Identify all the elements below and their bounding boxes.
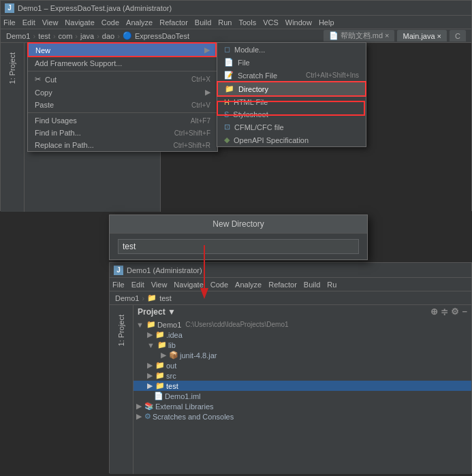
idea-expand-icon: ▶	[147, 330, 153, 339]
bottom-breadcrumb-test[interactable]: test	[159, 294, 172, 302]
bottom-breadcrumb-demo1[interactable]: Demo1	[115, 294, 139, 302]
breadcrumb-com[interactable]: com	[59, 32, 73, 40]
bottom-demo1-root[interactable]: ▼ 📁 Demo1 C:\Users\cdd\IdeaProjects\Demo…	[133, 319, 471, 330]
test-label: test	[166, 382, 178, 390]
bottom-project-panel: Project ▼ ⊕ ≑ ⚙ − ▼ 📁 Demo1 C:\Users\cdd…	[133, 305, 471, 474]
context-menu-cut[interactable]: ✂ Cut Ctrl+X	[28, 73, 217, 86]
submenu-module[interactable]: ◻ Module...	[217, 43, 366, 56]
cfml-label: CFML/CFC file	[234, 123, 284, 131]
bottom-test-folder[interactable]: ▶ 📁 test	[133, 381, 471, 391]
menu-run[interactable]: Run	[218, 18, 232, 27]
bottom-scratches[interactable]: ▶ ⚙ Scratches and Consoles	[133, 411, 471, 422]
menu-refactor[interactable]: Refactor	[159, 18, 188, 27]
context-menu: New ▶ Add Framework Support... ✂ Cut Ctr…	[27, 42, 218, 152]
bottom-junit-jar[interactable]: ▶ 📦 junit-4.8.jar	[133, 350, 471, 360]
new-directory-input[interactable]	[118, 239, 359, 254]
context-menu-copy[interactable]: Copy ▶	[28, 86, 217, 99]
tab-mainJava[interactable]: Main.java ×	[397, 30, 447, 42]
out-expand-icon: ▶	[147, 361, 153, 370]
menu-view[interactable]: View	[42, 18, 59, 27]
directory-icon: 📁	[225, 84, 234, 93]
menu-navigate[interactable]: Navigate	[65, 18, 94, 27]
demo1-folder-icon2: 📁	[146, 320, 156, 329]
html-label: HTML File	[234, 98, 268, 106]
bottom-lib-folder[interactable]: ▼ 📁 lib	[133, 340, 471, 350]
tab-c[interactable]: C	[450, 30, 466, 42]
iml-icon: 📄	[154, 392, 163, 400]
bottom-menu-edit[interactable]: Edit	[131, 281, 144, 289]
idea-folder-icon: 📁	[155, 330, 165, 339]
top-breadcrumb-bar: Demo1 › test › com › java › dao › 🔵 Expr…	[1, 29, 471, 43]
scratches-icon: ⚙	[144, 412, 151, 421]
breadcrumb-express-text[interactable]: ExpressDaoTest	[135, 32, 189, 40]
openapi-label: OpenAPI Specification	[234, 136, 309, 144]
breadcrumb-demo1[interactable]: Demo1	[6, 32, 30, 40]
context-menu-paste[interactable]: Paste Ctrl+V	[28, 99, 217, 111]
out-label: out	[166, 362, 176, 370]
bottom-menu-navigate[interactable]: Navigate	[174, 281, 203, 289]
bottom-out-folder[interactable]: ▶ 📁 out	[133, 360, 471, 370]
src-folder-icon: 📁	[155, 371, 165, 380]
context-menu-find-path[interactable]: Find in Path... Ctrl+Shift+F	[28, 127, 217, 139]
dialog-body	[110, 234, 367, 259]
bottom-tree-icon-minus[interactable]: −	[462, 306, 467, 317]
bottom-menu-build[interactable]: Build	[304, 281, 320, 289]
submenu-openapi[interactable]: ◆ OpenAPI Specification	[217, 133, 366, 146]
submenu-cfml[interactable]: ⊡ CFML/CFC file	[217, 121, 366, 133]
project-panel-label: 1: Project	[8, 52, 16, 84]
context-menu-find-usages[interactable]: Find Usages Alt+F7	[28, 114, 217, 127]
bottom-menu-code[interactable]: Code	[210, 281, 228, 289]
breadcrumb-dao[interactable]: dao	[102, 32, 114, 40]
breadcrumb-express[interactable]: 🔵	[123, 31, 132, 40]
submenu-directory[interactable]: 📁 Directory	[217, 82, 366, 96]
bottom-menu-analyze[interactable]: Analyze	[235, 281, 262, 289]
submenu-html[interactable]: H HTML File	[217, 96, 366, 108]
context-menu-replace-path[interactable]: Replace in Path... Ctrl+Shift+R	[28, 139, 217, 151]
dialog-title-text: New Directory	[213, 219, 264, 229]
bottom-demo1-path: C:\Users\cdd\IdeaProjects\Demo1	[185, 321, 288, 328]
bottom-idea-folder[interactable]: ▶ 📁 .idea	[133, 330, 471, 340]
bottom-breadcrumb-bar: Demo1 › 📁 test	[110, 291, 471, 305]
submenu-stylesheet[interactable]: S Stylesheet	[217, 108, 366, 121]
bottom-tree-icon-split[interactable]: ≑	[441, 306, 448, 317]
framework-label: Add Framework Support...	[35, 59, 122, 67]
find-usages-label: Find Usages	[35, 116, 77, 125]
menu-window[interactable]: Window	[285, 18, 312, 27]
menu-file[interactable]: File	[3, 18, 16, 27]
bottom-menu-file[interactable]: File	[112, 281, 125, 289]
paste-label: Paste	[35, 101, 54, 109]
menu-vcs[interactable]: VCS	[263, 18, 279, 27]
context-menu-framework[interactable]: Add Framework Support...	[28, 57, 217, 69]
left-sidebar: 1: Project	[1, 43, 25, 212]
bottom-src-folder[interactable]: ▶ 📁 src	[133, 370, 471, 381]
bottom-tree-icon-gear[interactable]: ⚙	[451, 306, 459, 317]
bottom-tree-icon-globe[interactable]: ⊕	[430, 306, 438, 317]
bottom-menu-ru[interactable]: Ru	[327, 281, 336, 289]
cut-shortcut: Ctrl+X	[191, 76, 210, 83]
src-label: src	[166, 372, 176, 380]
context-menu-new[interactable]: New ▶	[28, 43, 217, 57]
submenu-scratch[interactable]: 📝 Scratch File Ctrl+Alt+Shift+Ins	[217, 69, 366, 82]
scratch-icon: 📝	[224, 71, 234, 80]
bottom-menu-refactor[interactable]: Refactor	[268, 281, 297, 289]
paste-shortcut: Ctrl+V	[191, 101, 210, 109]
module-label: Module...	[234, 46, 265, 54]
menu-build[interactable]: Build	[195, 18, 211, 27]
bottom-demo1-iml[interactable]: 📄 Demo1.iml	[133, 391, 471, 401]
bottom-ide-window: J Demo1 (Administrator) File Edit View N…	[109, 262, 472, 473]
menu-edit[interactable]: Edit	[22, 18, 35, 27]
menu-tools[interactable]: Tools	[238, 18, 256, 27]
bottom-menu-view[interactable]: View	[151, 281, 168, 289]
menu-analyze[interactable]: Analyze	[126, 18, 153, 27]
breadcrumb-java[interactable]: java	[80, 32, 94, 40]
module-icon: ◻	[224, 45, 230, 54]
bottom-ext-libs[interactable]: ▶ 📚 External Libraries	[133, 401, 471, 411]
menu-help[interactable]: Help	[319, 18, 334, 27]
menu-code[interactable]: Code	[101, 18, 119, 27]
tab-helpDoc[interactable]: 📄 帮助文档.md ×	[324, 30, 395, 42]
jar-icon: 📦	[169, 351, 178, 360]
new-arrow-icon: ▶	[204, 46, 210, 54]
breadcrumb-test[interactable]: test	[38, 32, 50, 40]
lib-expand-icon: ▼	[147, 341, 155, 349]
submenu-file[interactable]: 📄 File	[217, 56, 366, 69]
